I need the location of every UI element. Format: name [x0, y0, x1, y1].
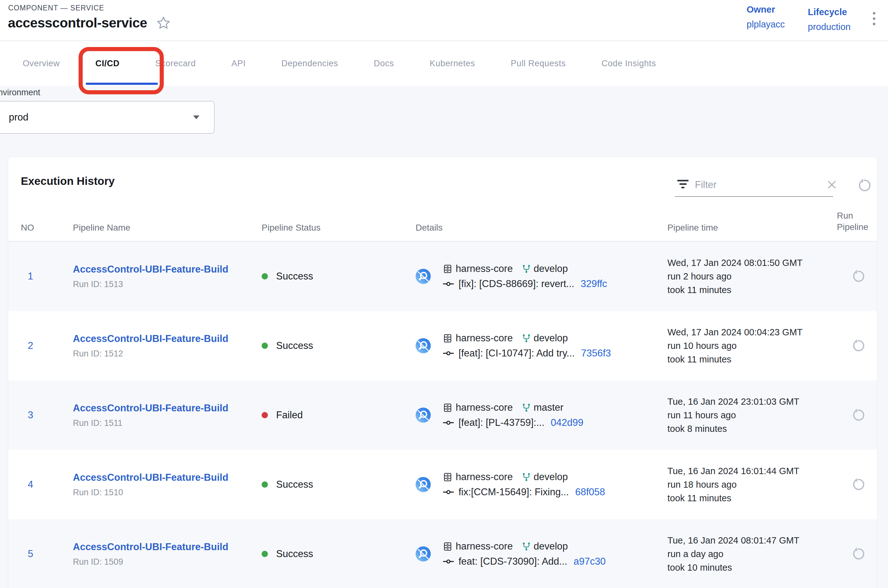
favorite-star-icon[interactable] [156, 15, 171, 31]
run-pipeline-icon[interactable] [851, 408, 865, 422]
repository-icon [443, 403, 452, 412]
branch-name: develop [533, 471, 568, 483]
execution-history-card: Execution History NO Pipeline Name Pipel… [8, 157, 877, 588]
time-duration: took 11 minutes [667, 283, 837, 297]
pipeline-time: Tue, 16 Jan 2024 23:01:03 GMT run 11 hou… [667, 395, 837, 436]
row-number: 5 [21, 548, 73, 560]
pipeline-time: Tue, 16 Jan 2024 08:01:47 GMT run a day … [667, 534, 837, 574]
pipeline-time: Wed, 17 Jan 2024 00:04:23 GMT run 10 hou… [667, 326, 837, 366]
ci-module-icon [416, 269, 431, 284]
branch-name: develop [533, 263, 568, 274]
ci-module-icon [416, 477, 431, 492]
commit-hash-link[interactable]: 7356f3 [581, 348, 611, 359]
tab-overview[interactable]: Overview [23, 58, 60, 69]
lifecycle-label: Lifecycle [808, 7, 850, 17]
commit-hash-link[interactable]: 042d99 [551, 417, 583, 428]
time-gmt: Wed, 17 Jan 2024 08:01:50 GMT [667, 256, 837, 270]
lifecycle-meta: Lifecycle production [808, 7, 850, 32]
status-dot [261, 343, 268, 349]
table-body: 1 AccessControl-UBI-Feature-Build Run ID… [8, 242, 877, 588]
git-branch-icon [521, 403, 531, 412]
run-id: Run ID: 1510 [73, 488, 261, 498]
chevron-down-icon [193, 116, 200, 119]
more-options-kebab-icon[interactable] [871, 10, 877, 27]
col-no: NO [21, 223, 73, 233]
commit-icon [443, 488, 454, 496]
clear-filter-icon[interactable] [827, 180, 837, 190]
pipeline-name-link[interactable]: AccessControl-UBI-Feature-Build [73, 472, 228, 483]
time-duration: took 10 minutes [667, 561, 837, 574]
filter-input[interactable] [695, 179, 821, 190]
commit-message: [fix]: [CDS-88669]: revert... [458, 278, 574, 290]
time-duration: took 8 minutes [667, 422, 837, 436]
col-pipeline-time: Pipeline time [667, 223, 837, 233]
tab-pull-requests[interactable]: Pull Requests [511, 58, 565, 69]
tab-bar: Overview CI/CD Scorecard API Dependencie… [0, 40, 888, 86]
pipeline-name-link[interactable]: AccessControl-UBI-Feature-Build [73, 264, 228, 275]
owner-value[interactable]: plplayacc [747, 19, 785, 30]
col-details: Details [416, 223, 667, 233]
tab-scorecard[interactable]: Scorecard [155, 58, 196, 69]
time-gmt: Tue, 16 Jan 2024 16:01:44 GMT [667, 464, 837, 478]
pipeline-time: Tue, 16 Jan 2024 16:01:44 GMT run 18 hou… [667, 464, 837, 505]
repository-icon [443, 472, 452, 482]
table-row: 5 AccessControl-UBI-Feature-Build Run ID… [8, 519, 877, 588]
commit-hash-link[interactable]: a97c30 [574, 556, 606, 567]
col-run-pipeline: Run Pipeline [837, 210, 873, 233]
environment-select[interactable]: prod [0, 101, 215, 134]
commit-icon [443, 349, 454, 357]
git-branch-icon [521, 472, 531, 482]
col-pipeline-name: Pipeline Name [73, 223, 261, 233]
row-number: 2 [21, 340, 73, 351]
run-pipeline-icon[interactable] [851, 547, 865, 561]
run-pipeline-icon[interactable] [851, 339, 865, 353]
status-dot [261, 551, 268, 557]
commit-message: [feat]: [PL-43759]:... [458, 417, 544, 428]
time-gmt: Tue, 16 Jan 2024 23:01:03 GMT [667, 395, 837, 408]
status-dot [261, 273, 268, 279]
commit-message: fix:[CCM-15649]: Fixing... [458, 486, 569, 498]
row-number: 4 [21, 479, 73, 490]
environment-label: Environment [0, 88, 41, 98]
pipeline-name-link[interactable]: AccessControl-UBI-Feature-Build [73, 402, 228, 414]
ci-module-icon [416, 408, 431, 423]
status-dot [261, 412, 268, 418]
pipeline-time: Wed, 17 Jan 2024 08:01:50 GMT run 2 hour… [667, 256, 837, 297]
tab-api[interactable]: API [231, 58, 245, 69]
time-gmt: Tue, 16 Jan 2024 08:01:47 GMT [667, 534, 837, 547]
owner-meta: Owner plplayacc [747, 4, 785, 30]
ci-module-icon [416, 546, 431, 561]
repository-icon [443, 333, 452, 343]
repository-icon [443, 264, 452, 274]
git-branch-icon [521, 542, 531, 551]
tab-ci-cd[interactable]: CI/CD [95, 58, 120, 69]
tab-kubernetes[interactable]: Kubernetes [430, 58, 475, 69]
time-relative: run 18 hours ago [667, 478, 837, 492]
run-pipeline-icon[interactable] [851, 477, 865, 492]
table-row: 1 AccessControl-UBI-Feature-Build Run ID… [8, 242, 877, 311]
refresh-icon[interactable] [856, 178, 871, 193]
tab-docs[interactable]: Docs [374, 58, 394, 69]
filter-icon [677, 180, 688, 190]
git-branch-icon [521, 333, 531, 343]
commit-hash-link[interactable]: 68f058 [575, 486, 605, 498]
repo-name: harness-core [456, 402, 513, 413]
repository-icon [443, 542, 452, 551]
time-relative: run a day ago [667, 547, 837, 561]
commit-icon [443, 557, 454, 566]
branch-name: develop [533, 333, 568, 344]
time-relative: run 2 hours ago [667, 270, 837, 283]
commit-icon [443, 418, 454, 427]
run-pipeline-icon[interactable] [851, 269, 865, 284]
status-label: Success [276, 271, 313, 282]
page-title: accesscontrol-service [8, 15, 147, 31]
time-duration: took 11 minutes [667, 352, 837, 366]
ci-module-icon [416, 338, 431, 353]
commit-hash-link[interactable]: 329ffc [581, 278, 607, 290]
pipeline-name-link[interactable]: AccessControl-UBI-Feature-Build [73, 542, 228, 553]
commit-message: [feat]: [CI-10747]: Add try... [458, 348, 575, 359]
tab-code-insights[interactable]: Code Insights [601, 58, 656, 69]
pipeline-name-link[interactable]: AccessControl-UBI-Feature-Build [73, 333, 228, 345]
tab-dependencies[interactable]: Dependencies [281, 58, 338, 69]
breadcrumb: COMPONENT — SERVICE [8, 4, 104, 12]
